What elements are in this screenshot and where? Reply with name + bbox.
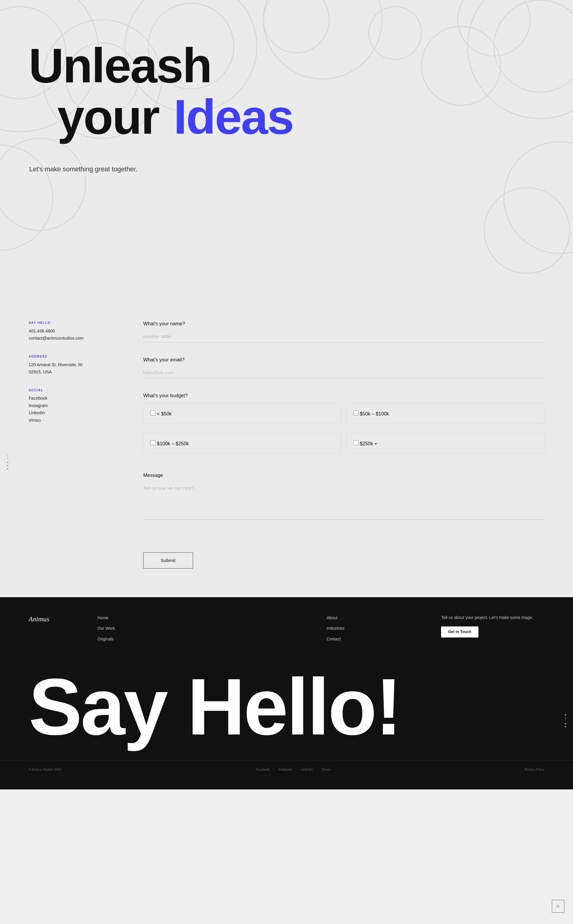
footer-logo-area: Animus (29, 614, 86, 642)
bottom-bar: © Animus Studios 2024 Facebook Instagram… (0, 760, 573, 778)
social-label: SOCIAL (29, 388, 132, 392)
email-input[interactable] (143, 367, 544, 379)
name-input[interactable] (143, 331, 544, 343)
say-hello-section: Say Hello! (0, 659, 573, 760)
right-dot (565, 714, 566, 716)
hero-section: Unleash your Ideas Let's make something … (0, 0, 573, 298)
contact-section: SAY HELLO 401.438.4800 contact@animusstu… (0, 298, 573, 597)
submit-button[interactable]: Submit (143, 553, 193, 569)
social-instagram[interactable]: Instagram (29, 402, 132, 409)
budget-option-1[interactable]: < $50k (143, 403, 341, 424)
budget-group: What's your budget? < $50k $50k – $100k … (143, 393, 544, 458)
right-nav-dots (565, 714, 566, 727)
svg-point-8 (468, 0, 573, 119)
address-label: ADDRESS (29, 355, 132, 358)
footer-link-contact[interactable]: Contact (327, 636, 430, 642)
social-block: SOCIAL Facebook Instagram LinkedIn Vimeo (29, 388, 132, 424)
hero-line1: Unleash (29, 38, 211, 93)
address-line1: 120 Amaral St, Riverside, RI (29, 361, 132, 368)
say-hello-heading: Say Hello! (29, 671, 573, 743)
svg-point-6 (458, 0, 530, 56)
bottom-bar-social-links: Facebook Instagram LinkedIn Vimeo (256, 767, 330, 771)
message-label: Message (143, 473, 544, 478)
social-facebook[interactable]: Facebook (29, 395, 132, 402)
svg-point-16 (504, 141, 573, 254)
say-hello-label: SAY HELLO (29, 321, 132, 324)
social-vimeo[interactable]: Vimeo (29, 417, 132, 424)
address-block: ADDRESS 120 Amaral St, Riverside, RI 029… (29, 355, 132, 376)
copyright-text: © Animus Studios 2024 (29, 767, 61, 771)
name-group: What's your name? (143, 321, 544, 343)
budget-checkbox-3[interactable] (150, 440, 155, 445)
sidebar-dots (7, 454, 8, 470)
budget-option-label-1: < $50k (157, 411, 172, 417)
privacy-policy-link[interactable]: Privacy Policy (524, 767, 544, 771)
address-line2: 02915, USA (29, 368, 132, 376)
budget-option-2[interactable]: $50k – $100k (346, 403, 544, 424)
svg-point-15 (484, 188, 570, 273)
svg-point-14 (0, 138, 86, 230)
hero-line2-accent: Ideas (174, 91, 293, 143)
bottom-vimeo-link[interactable]: Vimeo (321, 767, 330, 771)
footer-link-home[interactable]: Home (97, 614, 200, 621)
sidebar-dot (7, 465, 8, 467)
footer-logo: Animus (29, 614, 86, 623)
say-hello-block: SAY HELLO 401.438.4800 contact@animusstu… (29, 321, 132, 342)
budget-label: What's your budget? (143, 393, 544, 398)
sidebar-dot (7, 462, 8, 463)
footer: Animus Home Our Work Originals About Ind… (0, 597, 573, 789)
message-group: Message (143, 473, 544, 521)
footer-nav-col2: About Industries Contact (327, 614, 430, 642)
budget-option-label-3: $100k – $250k (157, 441, 189, 446)
hero-title: Unleash your Ideas (29, 40, 293, 143)
footer-spacer (212, 614, 315, 642)
contact-form[interactable]: What's your name? What's your email? Wha… (143, 321, 544, 568)
budget-checkbox-1[interactable] (150, 410, 155, 415)
hero-subtitle: Let's make something great together. (29, 165, 138, 173)
email-label: What's your email? (143, 357, 544, 363)
svg-point-7 (494, 0, 573, 92)
footer-top: Animus Home Our Work Originals About Ind… (29, 614, 544, 659)
svg-point-9 (421, 26, 501, 105)
svg-point-13 (0, 145, 53, 251)
budget-option-label-4: $250k + (360, 441, 377, 446)
bottom-facebook-link[interactable]: Facebook (256, 767, 269, 771)
right-dot (565, 726, 566, 727)
budget-checkbox-4[interactable] (353, 440, 359, 445)
footer-link-our-work[interactable]: Our Work (97, 625, 200, 631)
email-link[interactable]: contact@animusstudios.com (29, 335, 132, 342)
svg-point-10 (369, 6, 422, 60)
name-label: What's your name? (143, 321, 544, 326)
hero-line2-plain: your (57, 91, 159, 143)
budget-option-4[interactable]: $250k + (346, 433, 544, 454)
budget-option-3[interactable]: $100k – $250k (143, 433, 341, 454)
footer-cta-text: Tell us about your project. Let's make s… (441, 614, 544, 621)
contact-info: SAY HELLO 401.438.4800 contact@animusstu… (29, 321, 132, 568)
message-textarea[interactable] (143, 483, 544, 520)
footer-nav-col1: Home Our Work Originals (97, 614, 200, 642)
social-linkedin[interactable]: LinkedIn (29, 409, 132, 417)
budget-option-label-2: $50k – $100k (360, 411, 389, 417)
footer-cta-button[interactable]: Get in Touch (441, 626, 478, 637)
email-group: What's your email? (143, 357, 544, 379)
footer-link-industries[interactable]: Industries (327, 625, 430, 631)
bottom-instagram-link[interactable]: Instagram (279, 767, 293, 771)
sidebar-dot (7, 468, 8, 470)
footer-link-originals[interactable]: Originals (97, 636, 200, 642)
bottom-linkedin-link[interactable]: LinkedIn (301, 767, 313, 771)
footer-cta: Tell us about your project. Let's make s… (441, 614, 544, 642)
phone-link[interactable]: 401.438.4800 (29, 327, 132, 335)
right-dot (565, 723, 566, 724)
budget-options: < $50k $50k – $100k $100k – $250k $250k … (143, 403, 544, 459)
budget-checkbox-2[interactable] (353, 410, 359, 415)
footer-link-about[interactable]: About (327, 614, 430, 621)
